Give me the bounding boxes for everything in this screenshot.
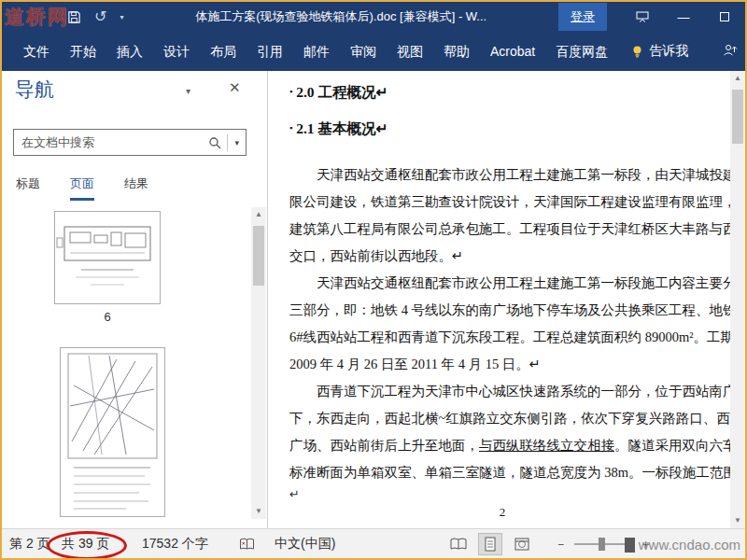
proofing-book-icon: [239, 538, 255, 551]
page-thumbnail-6[interactable]: [54, 211, 161, 304]
doc-heading-1: ▪2.0 工程概况↵: [269, 78, 730, 105]
save-button[interactable]: [67, 10, 81, 24]
web-layout-icon: [514, 537, 529, 552]
ribbon-display-options-icon: [636, 10, 649, 23]
share-icon: [723, 44, 738, 57]
doc-line: 西青道下沉工程为天津市中心城区快速路系统的一部分，位于西站南广场: [269, 378, 730, 405]
title-bar: ↺ ▾ 体施工方案(现场查验地铁箱体后).doc [兼容模式] - W... 登…: [2, 2, 745, 32]
zoom-slider[interactable]: [574, 543, 632, 545]
doc-line: 6#线西站站工程和西青道下沉东段工程。工程总建筑面积约 89000m²。工期: [269, 324, 730, 351]
document-page-number: 2: [269, 505, 730, 520]
scrollbar-thumb[interactable]: [253, 226, 264, 286]
minimize-icon: —: [678, 11, 690, 23]
doc-line: 下，东西走向，西起北横~红旗路立交东侧引路，依次下穿复兴路路口、西站南: [269, 405, 730, 432]
nav-tab-pages[interactable]: 页面: [70, 175, 94, 201]
ribbon-display-options-button[interactable]: [622, 2, 663, 32]
word-window: ↺ ▾ 体施工方案(现场查验地铁箱体后).doc [兼容模式] - W... 登…: [0, 0, 747, 560]
search-input[interactable]: [14, 135, 203, 149]
ribbon-tab-bar: 文件 开始 插入 设计 布局 引用 邮件 审阅 视图 帮助 Acrobat 百度…: [2, 32, 745, 71]
maximize-button[interactable]: [704, 2, 745, 32]
print-layout-button[interactable]: [478, 533, 502, 555]
share-button[interactable]: [723, 44, 738, 60]
tab-mailings[interactable]: 邮件: [293, 32, 340, 71]
search-icon: [208, 136, 221, 149]
search-button[interactable]: [203, 136, 227, 149]
tab-home[interactable]: 开始: [60, 32, 106, 71]
total-pages-indicator[interactable]: 共 39 页: [62, 536, 109, 553]
navigation-options-caret-icon[interactable]: ▾: [186, 86, 190, 96]
tab-design[interactable]: 设计: [153, 32, 200, 71]
navigation-pane-title: 导航: [15, 77, 54, 103]
tab-file[interactable]: 文件: [13, 32, 60, 71]
window-title: 体施工方案(现场查验地铁箱体后).doc [兼容模式] - W...: [123, 8, 558, 25]
watermark-url: www.cndao.com: [639, 537, 740, 553]
scroll-down-icon[interactable]: ▼: [730, 513, 745, 528]
login-label: 登录: [571, 9, 595, 23]
scroll-down-icon[interactable]: ▼: [251, 504, 266, 519]
tab-baidu-netdisk[interactable]: 百度网盘: [545, 32, 618, 71]
site-url-watermark: www.cndao.com: [625, 537, 740, 553]
proofing-button[interactable]: [239, 538, 255, 553]
watermark-block-icon: [625, 538, 635, 553]
zoom-out-button[interactable]: －: [555, 536, 567, 553]
tab-help[interactable]: 帮助: [433, 32, 480, 71]
doc-heading-2: ▪2.1 基本概况↵: [269, 115, 730, 142]
document-page[interactable]: ▪2.0 工程概况↵ ▪2.1 基本概况↵ 天津西站交通枢纽配套市政公用工程土建…: [269, 71, 730, 528]
undo-icon: ↺: [94, 8, 106, 24]
nav-tab-headings[interactable]: 标题: [16, 175, 40, 201]
nav-tab-results[interactable]: 结果: [124, 175, 148, 201]
doc-line: 限公司建设，铁道第三勘查设计院设计，天津国际工程建设监理有限监理，中国: [269, 189, 730, 216]
thumbnail-page-number: 6: [54, 310, 161, 324]
scroll-up-icon[interactable]: ▲: [730, 71, 745, 86]
doc-line: 标准断面为单箱双室、单箱三室隧道，隧道总宽度为 38m。一标段施工范围内: [269, 459, 730, 486]
read-mode-button[interactable]: [446, 533, 471, 555]
lightbulb-icon: [631, 45, 643, 59]
tell-me-button[interactable]: 告诉我: [631, 43, 688, 60]
doc-line: 天津西站交通枢纽配套市政公用工程土建施工第一标段施工内容主要分为: [269, 270, 730, 297]
document-search-box: ▾: [13, 129, 247, 156]
web-layout-button[interactable]: [510, 533, 534, 555]
doc-line: 交口，西站前街以西地段。↵: [269, 243, 730, 270]
thumbnail-drawing: [55, 212, 160, 303]
doc-line-with-underline: 广场、西站前街后上升至地面，与西纵联络线立交相接。隧道采用双向六车道: [269, 432, 730, 459]
read-mode-icon: [449, 537, 468, 552]
minimize-button[interactable]: —: [663, 2, 704, 32]
navigation-scrollbar[interactable]: ▲ ▼: [251, 207, 266, 519]
doc-line: 三部分，即：地铁 4 号线以东的南广场地下停车场及公共换乘区工程、地铁 4、: [269, 297, 730, 324]
print-layout-icon: [484, 537, 497, 552]
word-count[interactable]: 17532 个字: [142, 536, 208, 553]
heading-bullet-icon: ▪: [289, 123, 292, 133]
undo-button[interactable]: ↺: [94, 8, 106, 25]
tab-view[interactable]: 视图: [387, 32, 433, 71]
tab-references[interactable]: 引用: [247, 32, 293, 71]
tab-review[interactable]: 审阅: [340, 32, 387, 71]
tell-me-label: 告诉我: [649, 43, 688, 60]
tab-layout[interactable]: 布局: [200, 32, 247, 71]
navigation-pane: 导航 ▾ ✕ ▾ 标题 页面 结果: [2, 71, 268, 528]
page-thumbnail-7[interactable]: [60, 347, 165, 517]
zoom-slider-thumb[interactable]: [599, 538, 605, 551]
thumbnail-drawing: [61, 348, 164, 516]
doc-line: 建筑第八工程局有限公司总承包施工。工程项目位于天津红桥区大丰路与西青道: [269, 216, 730, 243]
document-scrollbar[interactable]: ▲ ▼: [730, 71, 745, 528]
site-logo-watermark: 道桥网: [5, 4, 69, 30]
navigation-close-icon[interactable]: ✕: [229, 79, 241, 96]
view-shortcuts: [446, 533, 534, 555]
navigation-tabs: 标题 页面 结果: [16, 175, 148, 201]
heading-bullet-icon: ▪: [289, 87, 292, 96]
scrollbar-thumb[interactable]: [732, 90, 743, 144]
doc-line: 2009 年 4 月 26 日至 2011 年 4 月 15 日。↵: [269, 351, 730, 378]
language-indicator[interactable]: 中文(中国): [275, 536, 335, 553]
underlined-text: 与西纵联络线立交相接: [479, 438, 614, 453]
maximize-icon: [720, 12, 729, 21]
tab-acrobat[interactable]: Acrobat: [480, 32, 545, 71]
tab-insert[interactable]: 插入: [106, 32, 153, 71]
search-dropdown-caret-icon[interactable]: ▾: [228, 138, 246, 147]
scroll-up-icon[interactable]: ▲: [251, 207, 266, 222]
window-controls: —: [622, 2, 745, 32]
login-button[interactable]: 登录: [558, 3, 607, 31]
paragraph-mark: ↵: [269, 486, 730, 503]
save-icon: [67, 10, 81, 24]
page-indicator[interactable]: 第 2 页: [9, 536, 50, 553]
doc-line: 天津西站交通枢纽配套市政公用工程土建施工第一标段，由天津城投建设有: [269, 161, 730, 189]
